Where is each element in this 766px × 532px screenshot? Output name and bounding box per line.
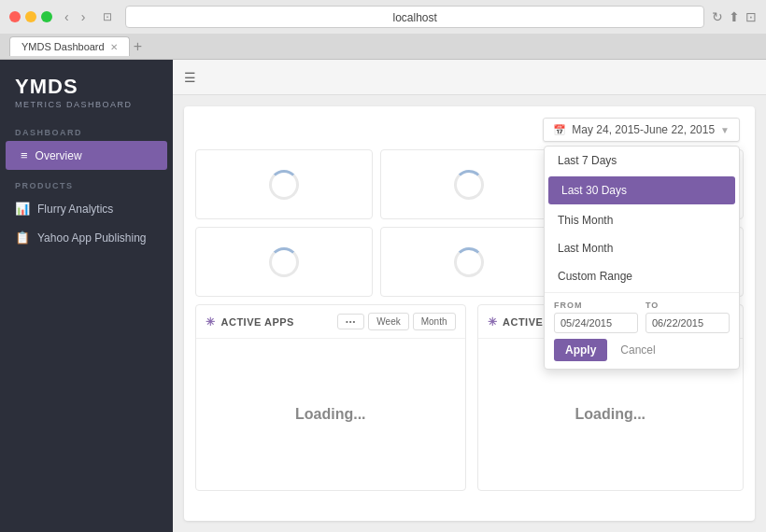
custom-range-row: FROM TO bbox=[554, 301, 730, 333]
to-label: TO bbox=[645, 301, 730, 310]
dropdown-divider bbox=[545, 292, 739, 293]
browser-titlebar: ‹ › ⊡ localhost ↻ ⬆ ⊡ bbox=[0, 0, 766, 34]
dropdown-item-custom[interactable]: Custom Range bbox=[545, 262, 739, 290]
traffic-light-green[interactable] bbox=[41, 11, 52, 22]
sidebar-item-label-flurry: Flurry Analytics bbox=[37, 203, 113, 216]
sidebar-item-yahoo[interactable]: 📋 Yahoo App Publishing bbox=[0, 223, 173, 252]
apps-loading-text: Loading... bbox=[295, 406, 366, 423]
dropdown-item-last7[interactable]: Last 7 Days bbox=[545, 147, 739, 175]
sidebar-item-label-overview: Overview bbox=[35, 149, 82, 162]
hamburger-icon[interactable]: ☰ bbox=[184, 70, 196, 85]
reload-button[interactable]: ↻ bbox=[712, 9, 723, 24]
sidebar-section-label-dashboard: DASHBOARD bbox=[0, 117, 173, 141]
content-panel: 📅 May 24, 2015-June 22, 2015 ▼ Last 7 Da… bbox=[184, 106, 755, 521]
sidebar-item-flurry[interactable]: 📊 Flurry Analytics bbox=[0, 194, 173, 223]
browser-actions: ↻ ⬆ ⊡ bbox=[712, 9, 757, 24]
sidebar-item-label-yahoo: Yahoo App Publishing bbox=[37, 231, 147, 245]
chart-active-apps: ✳ ACTIVE APPS ••• Week Month Loading... bbox=[195, 304, 466, 491]
address-bar[interactable]: localhost bbox=[125, 6, 704, 28]
brand-title: YMDS bbox=[15, 75, 158, 99]
apps-chart-body: Loading... bbox=[196, 339, 465, 490]
from-label: FROM bbox=[554, 301, 638, 310]
apps-chart-icon: ✳ bbox=[206, 315, 216, 329]
sidebar-section-products: PRODUCTS 📊 Flurry Analytics 📋 Yahoo App … bbox=[0, 170, 173, 252]
browser-tab[interactable]: YMDS Dashboard ✕ bbox=[9, 36, 130, 56]
sidebar-section-dashboard: DASHBOARD ≡ Overview bbox=[0, 117, 173, 170]
main-body: 📅 May 24, 2015-June 22, 2015 ▼ Last 7 Da… bbox=[173, 95, 766, 532]
custom-range-to: TO bbox=[645, 301, 730, 333]
custom-range-from: FROM bbox=[554, 301, 638, 333]
chart-title-apps: ✳ ACTIVE APPS bbox=[206, 315, 294, 329]
chevron-down-icon: ▼ bbox=[720, 125, 730, 135]
date-range-label: May 24, 2015-June 22, 2015 bbox=[572, 123, 715, 136]
spinner-1 bbox=[269, 170, 299, 200]
companies-chart-icon: ✳ bbox=[488, 315, 498, 329]
spinner-5 bbox=[454, 247, 484, 277]
traffic-light-yellow[interactable] bbox=[25, 11, 36, 22]
tab-title: YMDS Dashboard bbox=[21, 41, 105, 52]
window-resize-button[interactable]: ⊡ bbox=[97, 7, 118, 27]
custom-range-actions: Apply Cancel bbox=[554, 339, 730, 361]
apps-chart-controls: ••• Week Month bbox=[337, 313, 456, 330]
traffic-lights bbox=[9, 11, 52, 22]
fullscreen-button[interactable]: ⊡ bbox=[745, 9, 757, 24]
metric-card-5 bbox=[380, 227, 558, 297]
yahoo-icon: 📋 bbox=[15, 231, 30, 245]
share-button[interactable]: ⬆ bbox=[729, 9, 740, 24]
browser-tabbar: YMDS Dashboard ✕ + bbox=[0, 34, 766, 60]
apply-button[interactable]: Apply bbox=[554, 339, 607, 361]
main-content: ☰ 📅 May 24, 2015-June 22, 2015 ▼ Last 7 … bbox=[173, 60, 766, 532]
companies-loading-text: Loading... bbox=[574, 406, 645, 423]
dropdown-item-last30[interactable]: Last 30 Days bbox=[548, 176, 735, 204]
dropdown-item-last-month[interactable]: Last Month bbox=[545, 234, 739, 262]
apps-month-button[interactable]: Month bbox=[413, 313, 456, 330]
traffic-light-red[interactable] bbox=[9, 11, 21, 22]
new-tab-button[interactable]: + bbox=[134, 38, 142, 55]
back-button[interactable]: ‹ bbox=[60, 7, 74, 26]
date-range-bar: 📅 May 24, 2015-June 22, 2015 ▼ Last 7 Da… bbox=[184, 106, 755, 149]
sidebar-brand: YMDS METRICS DASHBOARD bbox=[0, 60, 173, 117]
date-range-button[interactable]: 📅 May 24, 2015-June 22, 2015 ▼ bbox=[543, 118, 740, 142]
metric-card-4 bbox=[195, 227, 373, 297]
cancel-button[interactable]: Cancel bbox=[613, 339, 662, 361]
dropdown-item-this-month[interactable]: This Month bbox=[545, 206, 739, 234]
nav-buttons: ‹ › bbox=[60, 7, 90, 26]
date-range-dropdown: Last 7 Days Last 30 Days This Month Last… bbox=[544, 146, 740, 370]
brand-subtitle: METRICS DASHBOARD bbox=[15, 100, 158, 109]
forward-button[interactable]: › bbox=[77, 7, 91, 26]
apps-week-button[interactable]: Week bbox=[368, 313, 408, 330]
spinner-4 bbox=[269, 247, 299, 277]
spinner-2 bbox=[454, 170, 484, 200]
sidebar-item-overview[interactable]: ≡ Overview bbox=[6, 141, 167, 170]
metric-card-2 bbox=[380, 149, 558, 219]
sidebar: YMDS METRICS DASHBOARD DASHBOARD ≡ Overv… bbox=[0, 60, 173, 532]
calendar-icon: 📅 bbox=[553, 124, 566, 136]
main-toolbar: ☰ bbox=[173, 60, 766, 95]
overview-icon: ≡ bbox=[21, 148, 28, 162]
flurry-icon: 📊 bbox=[15, 202, 30, 216]
sidebar-section-label-products: PRODUCTS bbox=[0, 170, 173, 194]
metric-card-1 bbox=[195, 149, 373, 219]
custom-range-section: FROM TO Apply Cancel bbox=[545, 295, 739, 369]
tab-close-icon[interactable]: ✕ bbox=[110, 42, 118, 52]
app-wrapper: YMDS METRICS DASHBOARD DASHBOARD ≡ Overv… bbox=[0, 60, 766, 532]
apps-chart-label: ACTIVE APPS bbox=[221, 316, 294, 328]
from-date-input[interactable] bbox=[554, 313, 638, 333]
browser-chrome: ‹ › ⊡ localhost ↻ ⬆ ⊡ YMDS Dashboard ✕ + bbox=[0, 0, 766, 60]
chart-header-apps: ✳ ACTIVE APPS ••• Week Month bbox=[196, 305, 465, 339]
apps-dots-button[interactable]: ••• bbox=[337, 314, 364, 329]
to-date-input[interactable] bbox=[645, 313, 730, 333]
